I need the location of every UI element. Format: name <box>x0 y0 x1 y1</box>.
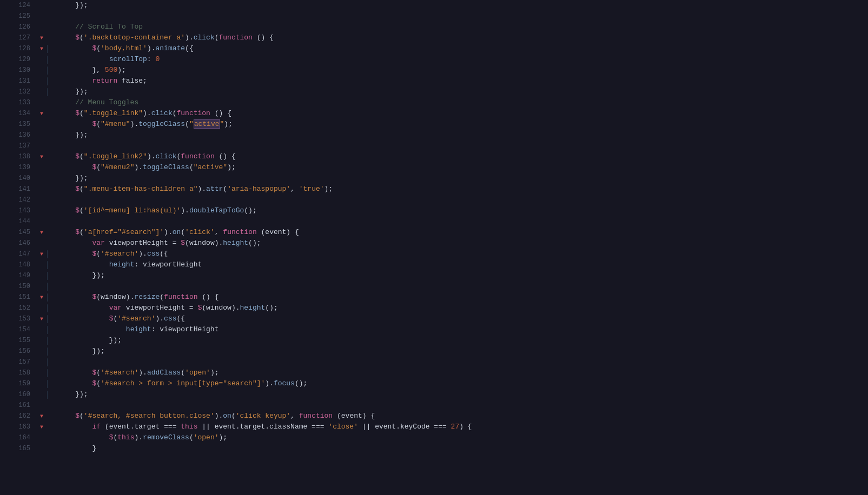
indent-guide: │ <box>45 272 55 280</box>
indent-guide <box>45 110 55 118</box>
code-line: 150│ <box>3 281 868 292</box>
line-number: 154 <box>3 326 38 333</box>
line-number: 142 <box>3 196 38 204</box>
indent-guide: │ <box>45 369 55 377</box>
indent-guide <box>45 23 55 31</box>
indent-guide <box>45 12 55 21</box>
indent-guide <box>45 423 55 431</box>
code-line: 155│ }); <box>3 335 868 346</box>
code-line: 153│ $('#search').css({ <box>3 313 868 324</box>
code-line: 139 $("#menu2").toggleClass("active"); <box>3 162 868 173</box>
indent-guide <box>45 434 55 442</box>
line-number: 130 <box>3 66 38 74</box>
code-line: 165 } <box>3 443 868 454</box>
code-text: return false; <box>55 76 147 86</box>
code-line: 130│ }, 500); <box>3 65 868 76</box>
code-line: 149│ }); <box>3 270 868 281</box>
fold-arrow[interactable] <box>38 111 45 117</box>
line-number: 165 <box>3 445 38 452</box>
line-number: 160 <box>3 391 38 398</box>
code-text: if (event.target === this || event.targe… <box>55 422 472 432</box>
line-number: 149 <box>3 272 38 279</box>
line-number: 135 <box>3 121 38 128</box>
code-text: $(window).resize(function () { <box>55 292 219 303</box>
line-number: 136 <box>3 131 38 139</box>
code-text: $('#search').css({ <box>55 249 168 259</box>
fold-arrow[interactable] <box>38 295 45 300</box>
indent-guide <box>45 196 55 204</box>
code-text: $('.backtotop-container a').click(functi… <box>55 32 274 43</box>
code-text: $('[id^=menu] li:has(ul)').doubleTapToGo… <box>55 205 257 216</box>
code-line: 135 $("#menu").toggleClass("active"); <box>3 119 868 130</box>
code-text: $('#search > form > input[type="search"]… <box>55 378 307 389</box>
code-line: 133 // Menu Toggles <box>3 97 868 108</box>
code-text <box>55 11 63 22</box>
code-area[interactable]: 124 });125 126 // Scroll To Top127 $('.b… <box>0 0 868 495</box>
line-number: 151 <box>3 293 38 301</box>
code-text: $(".toggle_link2").click(function () { <box>55 151 236 162</box>
code-line: 129│ scrollTop: 0 <box>3 54 868 65</box>
code-line: 161 <box>3 400 868 411</box>
code-line: 158│ $('#search').addClass('open'); <box>3 367 868 378</box>
fold-arrow[interactable] <box>38 35 45 41</box>
code-line: 156│ }); <box>3 346 868 357</box>
code-text: }); <box>55 173 88 184</box>
code-text: // Menu Toggles <box>55 97 138 108</box>
code-line: 159│ $('#search > form > input[type="sea… <box>3 378 868 389</box>
line-number: 145 <box>3 229 38 236</box>
code-text: var viewportHeight = $(window).height(); <box>55 238 261 249</box>
code-text: $(this).removeClass('open'); <box>55 432 227 443</box>
code-text: $('body,html').animate({ <box>55 43 194 54</box>
indent-guide <box>45 121 55 129</box>
fold-arrow[interactable] <box>38 251 45 257</box>
line-number: 131 <box>3 77 38 85</box>
code-line: 160│ }); <box>3 389 868 400</box>
code-text <box>55 400 63 411</box>
fold-arrow[interactable] <box>38 230 45 236</box>
code-line: 163 if (event.target === this || event.t… <box>3 422 868 432</box>
code-line: 152│ var viewportHeight = $(window).heig… <box>3 303 868 313</box>
code-text <box>55 141 63 151</box>
line-number: 138 <box>3 153 38 160</box>
code-line: 136 }); <box>3 130 868 141</box>
code-text: scrollTop: 0 <box>55 54 160 65</box>
line-number: 129 <box>3 56 38 63</box>
line-number: 140 <box>3 175 38 182</box>
code-text: }); <box>55 335 122 346</box>
code-line: 145 $('a[href="#search"]').on('click', f… <box>3 227 868 238</box>
indent-guide: │ <box>45 77 55 85</box>
indent-guide: │ <box>45 337 55 345</box>
line-number: 156 <box>3 347 38 355</box>
code-line: 143 $('[id^=menu] li:has(ul)').doubleTap… <box>3 205 868 216</box>
code-text: }); <box>55 86 88 97</box>
indent-guide <box>45 445 55 453</box>
code-line: 144 <box>3 216 868 227</box>
code-text: $("#menu").toggleClass("active"); <box>55 119 233 130</box>
indent-guide <box>45 412 55 420</box>
fold-arrow[interactable] <box>38 424 45 430</box>
code-line: 124 }); <box>3 0 868 11</box>
code-text <box>55 216 63 227</box>
fold-arrow[interactable] <box>38 46 45 52</box>
code-line: 148│ height: viewportHeight <box>3 259 868 270</box>
indent-guide <box>45 175 55 183</box>
indent-guide <box>45 239 55 247</box>
fold-arrow[interactable] <box>38 413 45 419</box>
code-text: }); <box>55 130 88 141</box>
code-line: 162 $('#search, #search button.close').o… <box>3 411 868 422</box>
line-number: 150 <box>3 283 38 290</box>
code-text <box>55 195 63 205</box>
indent-guide <box>45 142 55 150</box>
code-line: 125 <box>3 11 868 22</box>
fold-arrow[interactable] <box>38 154 45 160</box>
indent-guide: │ <box>45 380 55 388</box>
fold-arrow[interactable] <box>38 316 45 322</box>
indent-guide: │ <box>45 293 55 302</box>
code-text: }); <box>55 389 88 400</box>
line-number: 128 <box>3 45 38 52</box>
indent-guide: │ <box>45 347 55 356</box>
code-line: 131│ return false; <box>3 76 868 86</box>
line-number: 133 <box>3 99 38 106</box>
code-line: 126 // Scroll To Top <box>3 22 868 32</box>
line-number: 152 <box>3 304 38 312</box>
